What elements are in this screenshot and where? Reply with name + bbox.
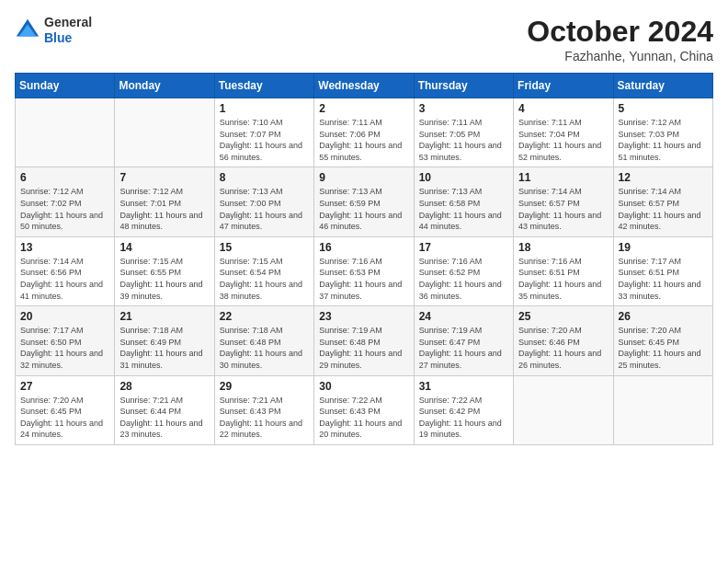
day-info: Sunrise: 7:11 AMSunset: 7:04 PMDaylight:…: [518, 117, 608, 163]
day-info: Sunrise: 7:22 AMSunset: 6:42 PMDaylight:…: [419, 395, 508, 441]
calendar-week-row: 20Sunrise: 7:17 AMSunset: 6:50 PMDayligh…: [16, 306, 713, 375]
day-number: 6: [20, 171, 109, 184]
calendar-week-row: 13Sunrise: 7:14 AMSunset: 6:56 PMDayligh…: [16, 236, 713, 305]
weekday-header: Sunday: [16, 74, 115, 98]
day-info: Sunrise: 7:12 AMSunset: 7:03 PMDaylight:…: [619, 117, 708, 163]
day-info: Sunrise: 7:12 AMSunset: 7:01 PMDaylight:…: [119, 186, 209, 232]
calendar-cell: [115, 98, 214, 167]
weekday-header: Tuesday: [214, 74, 313, 98]
calendar-cell: 30Sunrise: 7:22 AMSunset: 6:43 PMDayligh…: [314, 375, 414, 444]
weekday-header: Thursday: [414, 74, 513, 98]
day-info: Sunrise: 7:22 AMSunset: 6:43 PMDaylight:…: [319, 395, 408, 441]
day-info: Sunrise: 7:11 AMSunset: 7:06 PMDaylight:…: [319, 117, 408, 163]
day-info: Sunrise: 7:20 AMSunset: 6:45 PMDaylight:…: [619, 325, 708, 371]
day-number: 11: [518, 171, 608, 184]
calendar-cell: 14Sunrise: 7:15 AMSunset: 6:55 PMDayligh…: [115, 236, 214, 305]
calendar-week-row: 1Sunrise: 7:10 AMSunset: 7:07 PMDaylight…: [16, 98, 713, 167]
calendar-cell: 9Sunrise: 7:13 AMSunset: 6:59 PMDaylight…: [314, 167, 414, 236]
day-info: Sunrise: 7:11 AMSunset: 7:05 PMDaylight:…: [419, 117, 508, 163]
day-info: Sunrise: 7:16 AMSunset: 6:51 PMDaylight:…: [518, 256, 608, 302]
day-number: 31: [419, 380, 508, 393]
calendar-cell: 13Sunrise: 7:14 AMSunset: 6:56 PMDayligh…: [16, 236, 115, 305]
weekday-header: Wednesday: [314, 74, 414, 98]
day-number: 29: [220, 380, 309, 393]
day-info: Sunrise: 7:21 AMSunset: 6:44 PMDaylight:…: [119, 395, 209, 441]
day-number: 27: [20, 380, 109, 393]
day-info: Sunrise: 7:10 AMSunset: 7:07 PMDaylight:…: [220, 117, 309, 163]
day-info: Sunrise: 7:16 AMSunset: 6:52 PMDaylight:…: [419, 256, 508, 302]
calendar-cell: 24Sunrise: 7:19 AMSunset: 6:47 PMDayligh…: [414, 306, 513, 375]
day-info: Sunrise: 7:12 AMSunset: 7:02 PMDaylight:…: [20, 186, 109, 232]
calendar-cell: 2Sunrise: 7:11 AMSunset: 7:06 PMDaylight…: [314, 98, 414, 167]
day-info: Sunrise: 7:21 AMSunset: 6:43 PMDaylight:…: [220, 395, 309, 441]
day-info: Sunrise: 7:18 AMSunset: 6:49 PMDaylight:…: [119, 325, 209, 371]
day-number: 14: [119, 241, 209, 254]
calendar-cell: 7Sunrise: 7:12 AMSunset: 7:01 PMDaylight…: [115, 167, 214, 236]
weekday-header: Friday: [514, 74, 613, 98]
calendar-cell: 22Sunrise: 7:18 AMSunset: 6:48 PMDayligh…: [214, 306, 313, 375]
day-number: 20: [20, 310, 109, 323]
day-number: 10: [419, 171, 508, 184]
calendar-cell: 23Sunrise: 7:19 AMSunset: 6:48 PMDayligh…: [314, 306, 414, 375]
calendar-cell: 5Sunrise: 7:12 AMSunset: 7:03 PMDaylight…: [613, 98, 712, 167]
calendar-week-row: 27Sunrise: 7:20 AMSunset: 6:45 PMDayligh…: [16, 375, 713, 444]
calendar-cell: 16Sunrise: 7:16 AMSunset: 6:53 PMDayligh…: [314, 236, 414, 305]
calendar-cell: 1Sunrise: 7:10 AMSunset: 7:07 PMDaylight…: [214, 98, 313, 167]
calendar-header-row: SundayMondayTuesdayWednesdayThursdayFrid…: [16, 74, 713, 98]
day-number: 28: [119, 380, 209, 393]
day-number: 18: [518, 241, 608, 254]
calendar-cell: 6Sunrise: 7:12 AMSunset: 7:02 PMDaylight…: [16, 167, 115, 236]
day-info: Sunrise: 7:19 AMSunset: 6:47 PMDaylight:…: [419, 325, 508, 371]
day-number: 1: [220, 102, 309, 115]
day-info: Sunrise: 7:18 AMSunset: 6:48 PMDaylight:…: [220, 325, 309, 371]
day-info: Sunrise: 7:19 AMSunset: 6:48 PMDaylight:…: [319, 325, 408, 371]
day-number: 16: [319, 241, 408, 254]
day-number: 7: [119, 171, 209, 184]
day-number: 2: [319, 102, 408, 115]
day-number: 23: [319, 310, 408, 323]
calendar-cell: 18Sunrise: 7:16 AMSunset: 6:51 PMDayligh…: [514, 236, 613, 305]
day-number: 30: [319, 380, 408, 393]
day-number: 24: [419, 310, 508, 323]
day-number: 4: [518, 102, 608, 115]
day-info: Sunrise: 7:13 AMSunset: 6:58 PMDaylight:…: [419, 186, 508, 232]
logo-blue: Blue: [44, 30, 92, 46]
day-info: Sunrise: 7:13 AMSunset: 6:59 PMDaylight:…: [319, 186, 408, 232]
day-info: Sunrise: 7:14 AMSunset: 6:56 PMDaylight:…: [20, 256, 109, 302]
day-number: 13: [20, 241, 109, 254]
day-number: 15: [220, 241, 309, 254]
calendar-cell: 17Sunrise: 7:16 AMSunset: 6:52 PMDayligh…: [414, 236, 513, 305]
calendar-cell: 29Sunrise: 7:21 AMSunset: 6:43 PMDayligh…: [214, 375, 313, 444]
calendar-cell: 12Sunrise: 7:14 AMSunset: 6:57 PMDayligh…: [613, 167, 712, 236]
day-number: 3: [419, 102, 508, 115]
logo-icon: [15, 17, 40, 43]
month-title: October 2024: [527, 15, 713, 49]
day-number: 19: [619, 241, 708, 254]
logo: General Blue: [15, 15, 92, 46]
calendar-cell: [613, 375, 712, 444]
day-info: Sunrise: 7:13 AMSunset: 7:00 PMDaylight:…: [220, 186, 309, 232]
calendar-cell: 4Sunrise: 7:11 AMSunset: 7:04 PMDaylight…: [514, 98, 613, 167]
calendar-cell: 19Sunrise: 7:17 AMSunset: 6:51 PMDayligh…: [613, 236, 712, 305]
day-number: 25: [518, 310, 608, 323]
logo-general: General: [44, 15, 92, 30]
calendar-cell: [514, 375, 613, 444]
day-info: Sunrise: 7:16 AMSunset: 6:53 PMDaylight:…: [319, 256, 408, 302]
calendar-week-row: 6Sunrise: 7:12 AMSunset: 7:02 PMDaylight…: [16, 167, 713, 236]
title-block: October 2024 Fazhanhe, Yunnan, China: [527, 15, 713, 63]
page-header: General Blue October 2024 Fazhanhe, Yunn…: [15, 15, 713, 63]
calendar-cell: [16, 98, 115, 167]
day-info: Sunrise: 7:14 AMSunset: 6:57 PMDaylight:…: [518, 186, 608, 232]
weekday-header: Monday: [115, 74, 214, 98]
calendar-cell: 15Sunrise: 7:15 AMSunset: 6:54 PMDayligh…: [214, 236, 313, 305]
calendar-cell: 28Sunrise: 7:21 AMSunset: 6:44 PMDayligh…: [115, 375, 214, 444]
calendar-cell: 31Sunrise: 7:22 AMSunset: 6:42 PMDayligh…: [414, 375, 513, 444]
location: Fazhanhe, Yunnan, China: [527, 49, 713, 63]
day-number: 21: [119, 310, 209, 323]
day-number: 17: [419, 241, 508, 254]
day-info: Sunrise: 7:20 AMSunset: 6:45 PMDaylight:…: [20, 395, 109, 441]
day-info: Sunrise: 7:17 AMSunset: 6:51 PMDaylight:…: [619, 256, 708, 302]
day-number: 5: [619, 102, 708, 115]
day-info: Sunrise: 7:14 AMSunset: 6:57 PMDaylight:…: [619, 186, 708, 232]
day-info: Sunrise: 7:20 AMSunset: 6:46 PMDaylight:…: [518, 325, 608, 371]
